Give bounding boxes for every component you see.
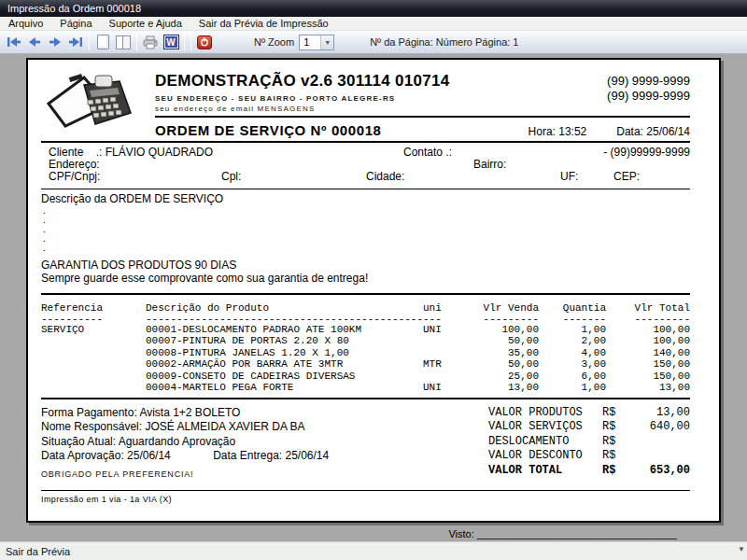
table-dash-cell: ---: [423, 315, 464, 324]
totals-block: VALOR PRODUTOSR$13,00VALOR SERVIÇOSR$640…: [488, 406, 690, 482]
divider: [41, 490, 690, 491]
total-currency: R$: [602, 420, 628, 434]
table-header-cell: Descrição do Produto: [146, 302, 423, 315]
preview-area: DEMONSTRAÇÃO v2.6 301114 010714 SEU ENDE…: [0, 54, 747, 541]
total-value: 13,00: [628, 406, 690, 420]
table-cell: [41, 347, 146, 358]
printer-icon: [142, 35, 159, 49]
table-row: SERVIÇO00001-DESLOCAMENTO PADRAO ATE 100…: [41, 324, 690, 335]
single-page-icon: [97, 35, 109, 49]
table-cell: 13,00: [464, 382, 539, 393]
table-cell: UNI: [423, 324, 464, 335]
table-dash-cell: ---------: [464, 315, 539, 324]
total-row: DESLOCAMENTOR$: [488, 435, 690, 449]
table-cell: 35,00: [464, 347, 539, 358]
company-address: SEU ENDEREÇO - SEU BAIRRO - PORTO ALEGRE…: [155, 94, 607, 103]
cpf-label: CPF/Cnpj:: [49, 171, 100, 183]
table-cell: SERVIÇO: [41, 324, 146, 335]
cpl-label: Cpl:: [221, 171, 241, 183]
menu-bar: ArquivoPáginaSuporte e AjudaSair da Prév…: [0, 17, 747, 31]
total-value: [628, 449, 690, 463]
next-page-icon: [47, 35, 63, 49]
window-title: Impressão da Ordem 000018: [7, 3, 141, 14]
two-page-view-button[interactable]: [113, 33, 134, 51]
menu-item[interactable]: Suporte e Ajuda: [101, 17, 190, 31]
toolbar-separator: [136, 34, 137, 50]
table-cell: [41, 371, 146, 382]
total-value: [628, 435, 690, 449]
total-currency: R$: [602, 435, 628, 449]
export-word-button[interactable]: W: [161, 33, 181, 51]
client-section: Cliente .: FLÁVIO QUADRADO Contato .: - …: [41, 147, 690, 183]
zoom-select[interactable]: 1 ▼: [299, 35, 334, 50]
total-currency: R$: [602, 406, 628, 420]
next-page-button[interactable]: [45, 33, 65, 51]
single-page-view-button[interactable]: [92, 33, 113, 51]
menu-item[interactable]: Página: [51, 17, 100, 31]
status-text: Sair da Prévia: [6, 546, 70, 557]
table-cell: 100,00: [606, 335, 690, 346]
total-row: VALOR DESCONTOR$: [488, 449, 690, 463]
table-cell: 00001-DESLOCAMENTO PADRAO ATE 100KM: [146, 324, 423, 335]
table-header-cell: Referencia: [41, 302, 146, 315]
description-dot-line: .: [43, 215, 690, 224]
total-label: VALOR SERVIÇOS: [488, 420, 602, 434]
contact-label: Contato .:: [403, 147, 452, 159]
page-info-label: Nº da Página: Número Página: 1: [370, 36, 518, 48]
client-label: Cliente .:: [49, 146, 106, 159]
menu-item[interactable]: Arquivo: [0, 17, 51, 31]
total-row: VALOR PRODUTOSR$13,00: [488, 406, 690, 420]
order-time: Hora: 13:52: [529, 125, 587, 138]
print-button[interactable]: [140, 33, 161, 51]
table-cell: 2,00: [539, 335, 606, 346]
total-row: VALOR TOTALR$653,00: [488, 464, 690, 478]
table-row: 00004-MARTELO PEGA FORTEUNI13,001,0013,0…: [41, 382, 690, 393]
description-dot-line: .: [43, 233, 690, 243]
print-preview-window: Impressão da Ordem 000018 ArquivoPáginaS…: [0, 0, 747, 560]
table-header-cell: Quantia: [539, 302, 606, 315]
table-cell: MTR: [423, 358, 464, 370]
total-row: VALOR SERVIÇOSR$640,00: [488, 420, 690, 434]
prev-page-button[interactable]: [24, 33, 45, 51]
table-cell: 6,00: [539, 371, 606, 382]
first-page-icon: [6, 35, 22, 49]
total-label: DESLOCAMENTO: [488, 435, 602, 449]
table-header-cell: uni: [423, 302, 464, 315]
description-dot-line: .: [43, 224, 690, 233]
divider: [41, 141, 690, 143]
company-logo: [41, 72, 149, 128]
cep-label: CEP:: [613, 171, 640, 183]
status-bar: Sair da Prévia ▼: [0, 541, 747, 560]
menu-item[interactable]: Sair da Prévia de Impressão: [190, 17, 337, 31]
close-preview-button[interactable]: [194, 33, 215, 51]
table-dash-cell: ---------: [606, 315, 690, 324]
power-icon: [197, 35, 212, 49]
table-cell: 100,00: [464, 324, 539, 335]
items-table: ReferenciaDescrição do ProdutouniVlr Ven…: [41, 302, 690, 393]
table-cell: 13,00: [606, 382, 690, 393]
last-page-icon: [67, 35, 84, 49]
table-cell: [423, 335, 464, 346]
warranty-line-1: GARANTIA DOS PRODUTOS 90 DIAS: [41, 259, 690, 272]
chevron-down-icon[interactable]: ▼: [320, 35, 333, 49]
table-cell: UNI: [423, 382, 464, 393]
contact-phone: - (99)99999-9999: [603, 147, 690, 159]
copy-info-line: Impressão em 1 via - 1a VIA (X): [41, 495, 690, 504]
description-lines: .....: [41, 205, 690, 252]
order-date: Data: 25/06/14: [616, 125, 690, 138]
table-cell: [423, 371, 464, 382]
approval-date: Data Aprovação: 25/06/14: [41, 449, 171, 462]
warranty-line-2: Sempre guarde esse comprovante como sua …: [41, 272, 690, 285]
title-bar: Impressão da Ordem 000018: [0, 0, 747, 17]
visto-label: Visto:: [448, 528, 476, 539]
company-phone-2: (99) 9999-9999: [607, 89, 690, 104]
total-value: 640,00: [628, 420, 690, 434]
table-cell: 150,00: [606, 371, 690, 382]
last-page-button[interactable]: [65, 33, 86, 51]
total-label: VALOR PRODUTOS: [488, 406, 602, 420]
payment-line: Forma Pagamento: Avista 1+2 BOLETO: [41, 406, 488, 420]
status-dropdown-icon[interactable]: ▼: [738, 545, 745, 553]
total-value: 653,00: [628, 464, 690, 478]
first-page-button[interactable]: [4, 33, 24, 51]
city-label: Cidade:: [366, 171, 404, 183]
